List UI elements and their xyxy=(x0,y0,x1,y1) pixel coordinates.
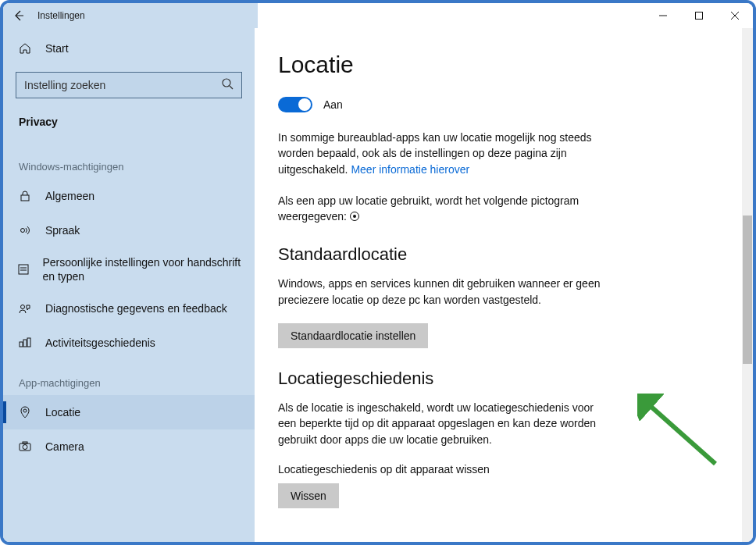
sidebar-item-location[interactable]: Locatie xyxy=(3,395,255,429)
home-icon xyxy=(17,42,33,55)
speech-icon xyxy=(17,224,33,237)
toggle-label: Aan xyxy=(323,98,343,111)
default-location-heading: Standaardlocatie xyxy=(278,244,722,265)
svg-rect-9 xyxy=(19,265,28,274)
lock-icon xyxy=(17,190,33,202)
minimize-button[interactable] xyxy=(645,3,681,28)
titlebar: Instellingen xyxy=(3,3,753,28)
sidebar-item-speech[interactable]: Spraak xyxy=(3,213,255,248)
clear-history-label: Locatiegeschiedenis op dit apparaat wiss… xyxy=(278,463,722,476)
svg-line-6 xyxy=(230,86,233,89)
desktop-apps-note: In sommige bureaublad-apps kan uw locati… xyxy=(278,130,614,177)
sidebar-item-label: Persoonlijke instellingen voor handschri… xyxy=(42,255,242,283)
group-app-permissions: App-machtigingen xyxy=(3,360,255,395)
svg-rect-2 xyxy=(696,12,703,20)
location-history-heading: Locatiegeschiedenis xyxy=(278,369,722,389)
sidebar-item-activity[interactable]: Activiteitsgeschiedenis xyxy=(3,326,255,360)
sidebar-item-general[interactable]: Algemeen xyxy=(3,179,255,213)
svg-rect-14 xyxy=(23,340,27,347)
inking-icon xyxy=(17,263,30,276)
home-label: Start xyxy=(45,42,69,55)
sidebar-item-label: Activiteitsgeschiedenis xyxy=(45,336,155,350)
location-in-use-icon xyxy=(350,212,359,221)
location-history-para: Als de locatie is ingeschakeld, wordt uw… xyxy=(278,400,614,447)
sidebar-item-label: Camera xyxy=(45,440,84,454)
home-button[interactable]: Start xyxy=(3,33,255,64)
maximize-button[interactable] xyxy=(681,3,717,28)
activity-icon xyxy=(17,337,33,349)
search-input[interactable] xyxy=(16,72,242,98)
location-icon-note: Als een app uw locatie gebruikt, wordt h… xyxy=(278,193,614,225)
more-info-link[interactable]: Meer informatie hierover xyxy=(351,163,469,176)
sidebar-item-camera[interactable]: Camera xyxy=(3,429,255,464)
sidebar-item-inking[interactable]: Persoonlijke instellingen voor handschri… xyxy=(3,248,255,291)
feedback-icon xyxy=(17,302,33,315)
location-toggle[interactable] xyxy=(278,97,312,112)
svg-rect-19 xyxy=(23,442,27,443)
sidebar-item-label: Diagnostische gegevens en feedback xyxy=(45,301,227,315)
category-label: Privacy xyxy=(3,106,255,144)
settings-window: Instellingen Start P xyxy=(0,0,756,545)
scrollbar-thumb[interactable] xyxy=(743,216,752,364)
sidebar-item-diagnostics[interactable]: Diagnostische gegevens en feedback xyxy=(3,291,255,326)
sidebar-item-label: Locatie xyxy=(45,405,80,419)
svg-rect-15 xyxy=(27,338,30,347)
back-button[interactable] xyxy=(3,3,34,28)
svg-point-8 xyxy=(21,229,25,233)
window-title: Instellingen xyxy=(37,10,85,21)
scrollbar[interactable] xyxy=(742,28,753,542)
search-icon xyxy=(221,77,234,93)
search-field[interactable] xyxy=(24,79,221,91)
set-default-location-button[interactable]: Standaardlocatie instellen xyxy=(278,323,428,348)
svg-rect-7 xyxy=(21,195,29,201)
annotation-arrow xyxy=(637,394,723,472)
group-windows-permissions: Windows-machtigingen xyxy=(3,144,255,179)
location-icon xyxy=(17,406,33,419)
close-button[interactable] xyxy=(717,3,753,28)
sidebar-item-label: Algemeen xyxy=(45,189,94,203)
page-title: Locatie xyxy=(278,52,722,78)
arrow-left-icon xyxy=(12,9,25,22)
window-controls xyxy=(645,3,753,28)
svg-rect-13 xyxy=(20,342,23,347)
content-pane: Locatie Aan In sommige bureaublad-apps k… xyxy=(255,28,753,542)
svg-point-18 xyxy=(23,445,27,450)
svg-point-12 xyxy=(21,305,25,309)
svg-point-5 xyxy=(223,79,230,87)
default-location-para: Windows, apps en services kunnen dit geb… xyxy=(278,276,614,308)
camera-icon xyxy=(17,440,33,453)
svg-point-16 xyxy=(23,409,27,412)
svg-line-20 xyxy=(645,401,715,464)
sidebar-item-label: Spraak xyxy=(45,223,80,237)
sidebar: Start Privacy Windows-machtigingen Algem… xyxy=(3,28,255,542)
clear-history-button[interactable]: Wissen xyxy=(278,483,339,508)
